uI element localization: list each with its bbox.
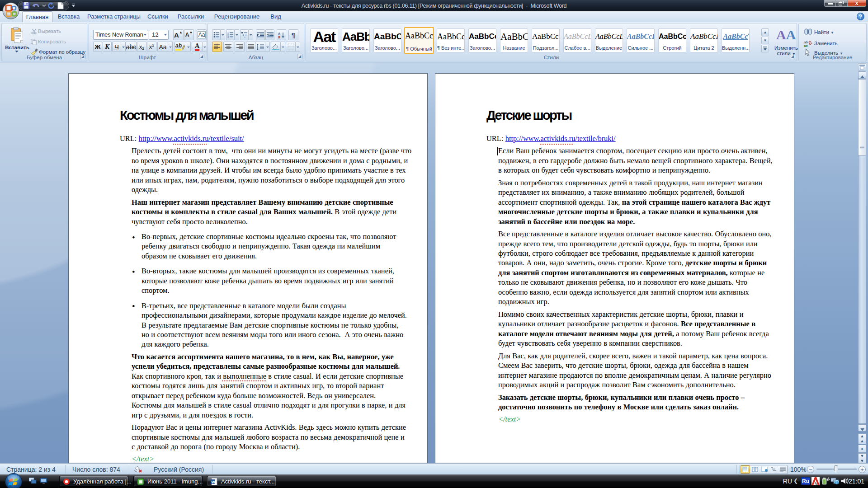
svg-text:3: 3 bbox=[227, 36, 229, 38]
svg-text:W: W bbox=[212, 480, 216, 484]
svg-text:Я: Я bbox=[278, 36, 280, 38]
svg-text:ac: ac bbox=[804, 44, 808, 47]
svg-text:А: А bbox=[278, 32, 280, 35]
